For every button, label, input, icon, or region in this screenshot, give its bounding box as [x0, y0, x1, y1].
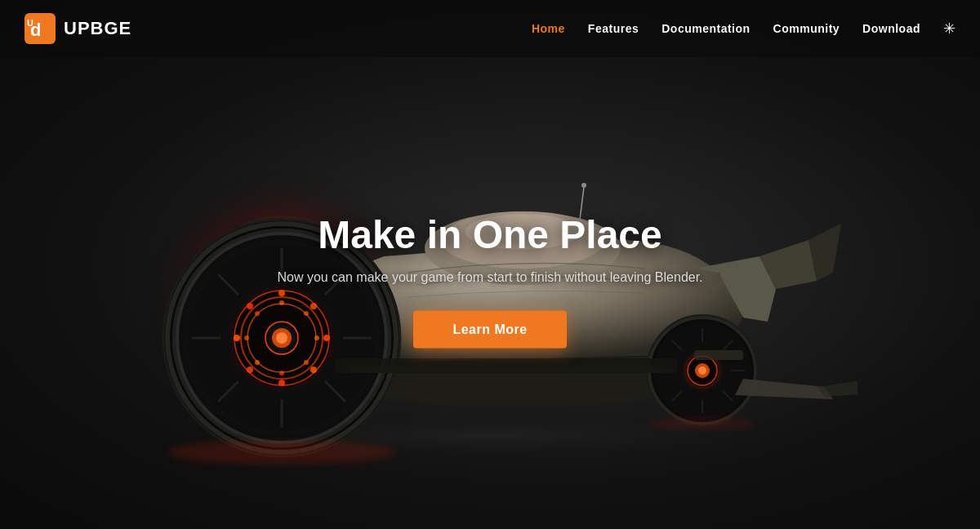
- nav-link-community[interactable]: Community: [773, 22, 840, 35]
- logo-link[interactable]: d U UPBGE: [24, 13, 131, 44]
- svg-point-37: [255, 360, 260, 365]
- navbar: d U UPBGE Home Features Documentation Co…: [0, 0, 980, 57]
- svg-text:U: U: [27, 18, 33, 28]
- nav-item-features[interactable]: Features: [588, 21, 639, 36]
- hero-subtitle: Now you can make your game from start to…: [245, 269, 735, 284]
- svg-point-7: [581, 183, 586, 188]
- svg-point-30: [234, 335, 240, 341]
- svg-rect-63: [351, 367, 662, 373]
- svg-point-36: [279, 371, 284, 376]
- svg-point-27: [310, 367, 317, 373]
- svg-point-28: [278, 380, 285, 386]
- svg-point-64: [167, 440, 396, 465]
- nav-links: Home Features Documentation Community Do…: [532, 20, 956, 38]
- nav-link-download[interactable]: Download: [862, 22, 920, 35]
- nav-link-features[interactable]: Features: [588, 22, 639, 35]
- hero-content: Make in One Place Now you can make your …: [245, 214, 735, 349]
- logo-icon: d U: [24, 13, 56, 44]
- nav-link-home[interactable]: Home: [532, 22, 565, 35]
- nav-item-download[interactable]: Download: [862, 21, 920, 36]
- snowflake-icon[interactable]: ✳: [943, 20, 956, 37]
- svg-point-65: [649, 417, 755, 430]
- svg-point-29: [247, 367, 253, 373]
- hero-title: Make in One Place: [245, 214, 735, 257]
- svg-rect-61: [694, 350, 743, 360]
- hero-section: d U UPBGE Home Features Documentation Co…: [0, 0, 980, 529]
- nav-item-community[interactable]: Community: [773, 21, 840, 36]
- nav-item-documentation[interactable]: Documentation: [662, 21, 750, 36]
- nav-item-home[interactable]: Home: [532, 21, 565, 36]
- svg-point-60: [698, 367, 706, 375]
- nav-link-documentation[interactable]: Documentation: [662, 22, 750, 35]
- nav-item-snowflake[interactable]: ✳: [943, 20, 956, 38]
- logo-text: UPBGE: [64, 18, 131, 39]
- learn-more-button[interactable]: Learn More: [413, 310, 566, 348]
- svg-point-35: [304, 360, 309, 365]
